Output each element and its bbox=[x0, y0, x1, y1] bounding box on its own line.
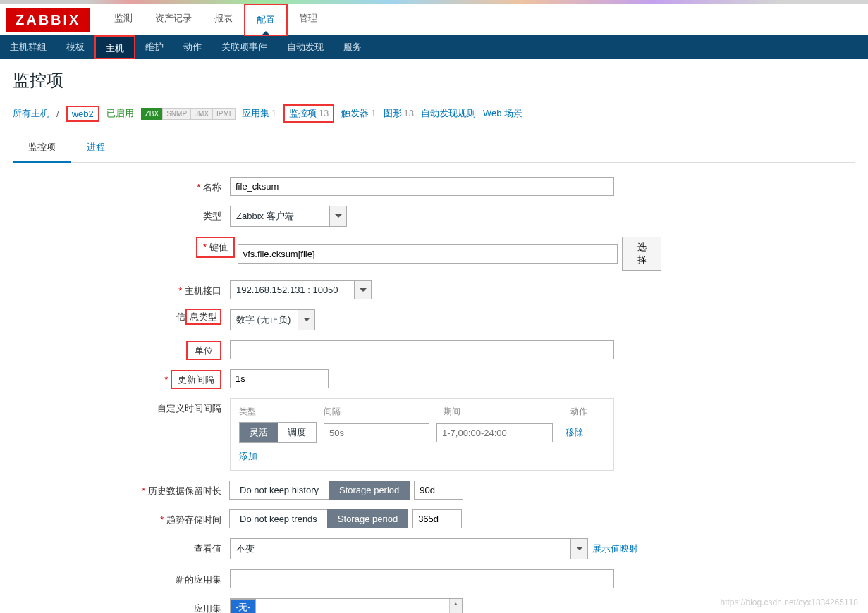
interface-value: 192.168.152.131 : 10050 bbox=[231, 281, 354, 299]
nav-reports[interactable]: 报表 bbox=[203, 4, 244, 36]
bc-host[interactable]: web2 bbox=[66, 106, 99, 122]
infotype-select[interactable]: 数字 (无正负) bbox=[230, 309, 315, 330]
nav-inventory[interactable]: 资产记录 bbox=[144, 4, 203, 36]
tab-process[interactable]: 进程 bbox=[71, 134, 121, 162]
trends-storage[interactable]: Storage period bbox=[327, 509, 408, 528]
subnav-discovery[interactable]: 自动发现 bbox=[277, 35, 334, 59]
trends-value-input[interactable] bbox=[412, 509, 462, 528]
bc-triggers-count: 1 bbox=[371, 108, 376, 118]
key-label: 键值 bbox=[196, 237, 235, 258]
bc-items-count: 13 bbox=[319, 108, 329, 118]
chevron-down-icon[interactable] bbox=[354, 281, 371, 299]
logo: ZABBIX bbox=[6, 8, 90, 32]
name-input[interactable] bbox=[230, 177, 614, 196]
interval-remove-link[interactable]: 移除 bbox=[566, 426, 584, 439]
chevron-down-icon[interactable] bbox=[298, 310, 314, 330]
interface-pills: ZBXSNMPJMXIPMI bbox=[141, 108, 235, 120]
newapp-input[interactable] bbox=[230, 569, 614, 588]
infotype-label: 息类型 bbox=[185, 309, 221, 325]
nav-config[interactable]: 配置 bbox=[244, 4, 288, 36]
bc-enabled: 已启用 bbox=[106, 107, 134, 120]
nav-monitor[interactable]: 监测 bbox=[103, 4, 144, 36]
apps-label: 应用集 bbox=[13, 598, 230, 613]
period-input[interactable] bbox=[436, 423, 553, 442]
sub-nav: 主机群组 模板 主机 维护 动作 关联项事件 自动发现 服务 bbox=[0, 35, 868, 59]
bc-graphs[interactable]: 图形 bbox=[384, 108, 402, 118]
showvalue-map-link[interactable]: 展示值映射 bbox=[592, 543, 638, 555]
breadcrumb: 所有主机 / web2 已启用 ZBXSNMPJMXIPMI 应用集1 监控项1… bbox=[13, 101, 855, 130]
showvalue-value: 不变 bbox=[231, 539, 570, 559]
pill-ipmi: IPMI bbox=[212, 108, 236, 120]
toggle-flexible[interactable]: 灵活 bbox=[240, 423, 278, 442]
main-nav: 监测 资产记录 报表 配置 管理 bbox=[103, 4, 329, 36]
type-value: Zabbix 客户端 bbox=[231, 206, 329, 226]
update-label: 更新间隔 bbox=[171, 370, 221, 389]
infotype-value: 数字 (无正负) bbox=[231, 310, 298, 330]
chevron-down-icon[interactable] bbox=[570, 539, 587, 559]
bc-app-count: 1 bbox=[271, 108, 276, 118]
int-hdr-interval: 间隔 bbox=[324, 406, 444, 418]
custom-intervals: 类型 间隔 期间 动作 灵活 调度 移除 添加 bbox=[230, 398, 614, 471]
history-label: 历史数据保留时长 bbox=[13, 481, 230, 497]
apps-listbox[interactable]: -无- HTTP service bbox=[230, 598, 463, 613]
unit-label: 单位 bbox=[186, 341, 221, 360]
subnav-hostgroups[interactable]: 主机群组 bbox=[0, 35, 56, 59]
pill-zbx: ZBX bbox=[141, 108, 163, 120]
bc-discovery[interactable]: 自动发现规则 bbox=[421, 107, 476, 120]
page-title: 监控项 bbox=[13, 69, 855, 92]
name-label: 名称 bbox=[13, 177, 230, 194]
custom-int-label: 自定义时间间隔 bbox=[13, 398, 230, 415]
type-label: 类型 bbox=[13, 206, 230, 223]
item-form: 名称 类型 Zabbix 客户端 键值 选择 主机接口 bbox=[13, 163, 661, 613]
form-tabs: 监控项 进程 bbox=[13, 134, 855, 163]
history-value-input[interactable] bbox=[414, 481, 463, 500]
history-nokeep[interactable]: Do not keep history bbox=[229, 481, 329, 500]
apps-opt-none[interactable]: -无- bbox=[231, 599, 256, 613]
bc-applications[interactable]: 应用集 bbox=[242, 108, 269, 118]
subnav-correlation[interactable]: 关联项事件 bbox=[212, 35, 277, 59]
interface-label: 主机接口 bbox=[13, 280, 230, 297]
showvalue-select[interactable]: 不变 bbox=[230, 538, 588, 559]
int-hdr-period: 期间 bbox=[444, 406, 570, 418]
int-hdr-action: 动作 bbox=[570, 406, 605, 418]
bc-graphs-count: 13 bbox=[404, 108, 414, 118]
showvalue-label: 查看值 bbox=[13, 538, 230, 555]
toggle-scheduling[interactable]: 调度 bbox=[278, 423, 316, 442]
infotype-label-pre: 信 bbox=[176, 311, 185, 322]
history-storage[interactable]: Storage period bbox=[329, 481, 410, 500]
subnav-services[interactable]: 服务 bbox=[334, 35, 372, 59]
pill-snmp: SNMP bbox=[162, 108, 191, 120]
interface-select[interactable]: 192.168.152.131 : 10050 bbox=[230, 280, 372, 299]
bc-triggers[interactable]: 触发器 bbox=[341, 108, 369, 118]
key-select-button[interactable]: 选择 bbox=[622, 237, 661, 271]
subnav-actions[interactable]: 动作 bbox=[173, 35, 212, 59]
nav-admin[interactable]: 管理 bbox=[288, 4, 329, 36]
history-toggle[interactable]: Do not keep history Storage period bbox=[230, 481, 410, 500]
int-hdr-type: 类型 bbox=[239, 406, 324, 418]
interval-add-link[interactable]: 添加 bbox=[239, 451, 257, 462]
interval-input[interactable] bbox=[324, 423, 429, 442]
tab-items[interactable]: 监控项 bbox=[13, 134, 71, 163]
interval-type-toggle[interactable]: 灵活 调度 bbox=[239, 422, 317, 443]
bc-all-hosts[interactable]: 所有主机 bbox=[13, 107, 49, 120]
scrollbar[interactable] bbox=[449, 599, 462, 613]
type-select[interactable]: Zabbix 客户端 bbox=[230, 206, 347, 227]
trends-toggle[interactable]: Do not keep trends Storage period bbox=[230, 509, 408, 528]
subnav-maintenance[interactable]: 维护 bbox=[135, 35, 173, 59]
bc-items[interactable]: 监控项 bbox=[289, 108, 317, 118]
update-input[interactable] bbox=[230, 369, 329, 388]
top-bar: ZABBIX 监测 资产记录 报表 配置 管理 bbox=[0, 0, 868, 35]
newapp-label: 新的应用集 bbox=[13, 569, 230, 586]
bc-web[interactable]: Web 场景 bbox=[483, 107, 522, 120]
chevron-down-icon[interactable] bbox=[329, 206, 346, 226]
unit-input[interactable] bbox=[230, 340, 614, 359]
pill-jmx: JMX bbox=[190, 108, 213, 120]
slash: / bbox=[56, 109, 59, 119]
key-input[interactable] bbox=[238, 244, 618, 264]
trends-nokeep[interactable]: Do not keep trends bbox=[229, 509, 328, 528]
subnav-hosts[interactable]: 主机 bbox=[94, 35, 135, 59]
subnav-templates[interactable]: 模板 bbox=[56, 35, 94, 59]
trends-label: 趋势存储时间 bbox=[13, 509, 230, 526]
